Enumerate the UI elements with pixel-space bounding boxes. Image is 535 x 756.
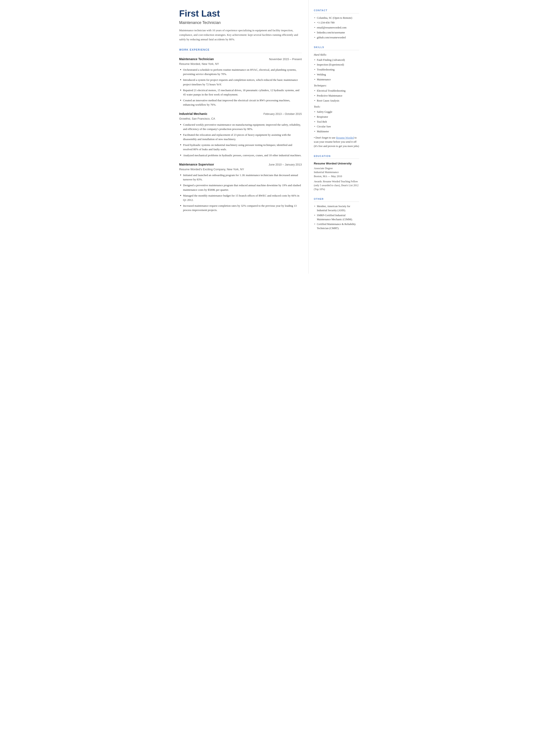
job-bullets-2: Conducted weekly preventive maintenance … — [179, 123, 302, 157]
job-bullets-1: Orchestrated a schedule to perform routi… — [179, 68, 302, 107]
contact-section: CONTACT Columbia, SC (Open to Remote) +1… — [314, 9, 359, 40]
technique-3: Root Cause Analysis — [314, 99, 359, 103]
bullet-2-3: Fixed hydraulic systems on industrial ma… — [179, 143, 302, 152]
edu-school: Resume Worded University — [314, 161, 359, 166]
other-item-3: Certified Maintenance & Reliability Tech… — [314, 222, 359, 230]
tool-1: Safety Goggle — [314, 110, 359, 114]
job-bullets-3: Initiated and launched an onboarding pro… — [179, 173, 302, 212]
hard-skill-5: Maintenance — [314, 78, 359, 82]
other-item-1: Member, American Society for Industrial … — [314, 204, 359, 212]
job-company-2: Growthsi, San Francisco, CA — [179, 117, 302, 121]
job-block-2: Industrial Mechanic February 2013 – Octo… — [179, 112, 302, 157]
contact-item-5: github.com/resumeworded — [314, 36, 359, 40]
contact-list: Columbia, SC (Open to Remote) +1-234-456… — [314, 16, 359, 40]
resume-worded-link[interactable]: Resume Worded — [336, 136, 354, 139]
technique-1: Electrical Troubleshooting — [314, 89, 359, 93]
job-header-2: Industrial Mechanic February 2013 – Octo… — [179, 112, 302, 116]
hard-skill-1: Fault Finding (Advanced) — [314, 58, 359, 62]
job-title: Maintenance Technician — [179, 20, 302, 26]
bullet-2-1: Conducted weekly preventive maintenance … — [179, 123, 302, 131]
other-list: Member, American Society for Industrial … — [314, 204, 359, 230]
edu-degree: Associate Degree — [314, 166, 359, 170]
job-header-1: Maintenance Technician November 2015 – P… — [179, 57, 302, 61]
techniques-label: Techniques: — [314, 84, 359, 88]
name: First Last — [179, 9, 302, 18]
bullet-1-2: Introduced a system for project requests… — [179, 78, 302, 86]
tool-5: Multimeter — [314, 129, 359, 134]
contact-item-4: linkedin.com/in/username — [314, 31, 359, 35]
bullet-3-1: Initiated and launched an onboarding pro… — [179, 173, 302, 182]
job-company-3: Resume Worded's Exciting Company, New Yo… — [179, 167, 302, 172]
techniques-list: Electrical Troubleshooting Predictive Ma… — [314, 89, 359, 102]
hard-skills-label: Hard Skills: — [314, 53, 359, 57]
resume-page: First Last Maintenance Technician Mainte… — [171, 0, 365, 274]
job-dates-3: June 2010 – January 2013 — [269, 162, 302, 167]
tool-2: Respirator — [314, 115, 359, 119]
tool-3: Tool Belt — [314, 120, 359, 124]
job-title-2: Industrial Mechanic — [179, 112, 208, 116]
hard-skill-3: Troubleshooting — [314, 68, 359, 72]
contact-title: CONTACT — [314, 9, 359, 14]
work-experience-title: WORK EXPERIENCE — [179, 48, 302, 53]
promo-prefix: • Don't forget to use — [314, 136, 336, 139]
tool-4: Circular Saw — [314, 125, 359, 129]
other-section: OTHER Member, American Society for Indus… — [314, 197, 359, 230]
hard-skill-2: Inspection (Experienced) — [314, 63, 359, 67]
bullet-1-3: Repaired 21 electrical motors, 15 mechan… — [179, 88, 302, 97]
contact-item-1: Columbia, SC (Open to Remote) — [314, 16, 359, 20]
job-title-3: Maintenance Supervisor — [179, 162, 214, 167]
bullet-3-2: Designed a preventive maintenance progra… — [179, 183, 302, 192]
job-dates-1: November 2015 – Present — [269, 57, 302, 61]
right-column: CONTACT Columbia, SC (Open to Remote) +1… — [309, 0, 365, 274]
edu-field: Industrial Maintenance — [314, 170, 359, 174]
tools-list: Safety Goggle Respirator Tool Belt Circu… — [314, 110, 359, 134]
left-column: First Last Maintenance Technician Mainte… — [171, 0, 309, 274]
bullet-1-4: Created an innovative method that improv… — [179, 98, 302, 107]
job-dates-2: February 2013 – October 2015 — [264, 112, 302, 116]
bullet-2-2: Facilitated the relocation and replaceme… — [179, 133, 302, 141]
skills-section: SKILLS Hard Skills: Fault Finding (Advan… — [314, 45, 359, 148]
contact-item-2: +1-234-456-789 — [314, 21, 359, 25]
job-block-1: Maintenance Technician November 2015 – P… — [179, 57, 302, 107]
bullet-3-3: Managed the monthly maintenance budget f… — [179, 193, 302, 202]
bullet-2-4: Analyzed mechanical problems in hydrauli… — [179, 153, 302, 157]
job-company-1: Resume Worded, New York, NY — [179, 62, 302, 66]
bullet-3-4: Increased maintenance request completion… — [179, 204, 302, 212]
other-item-2: SMRP-Certified Industrial Maintenance Me… — [314, 213, 359, 222]
tools-label: Tools: — [314, 105, 359, 109]
edu-location: Boston, MA — May 2010 — [314, 174, 359, 179]
job-block-3: Maintenance Supervisor June 2010 – Janua… — [179, 162, 302, 212]
job-header-3: Maintenance Supervisor June 2010 – Janua… — [179, 162, 302, 167]
education-title: EDUCATION — [314, 154, 359, 159]
edu-awards: Awards: Resume Worded Teaching Fellow (o… — [314, 180, 359, 191]
work-experience-section: WORK EXPERIENCE Maintenance Technician N… — [179, 48, 302, 212]
job-title-1: Maintenance Technician — [179, 57, 214, 61]
hard-skills-list: Fault Finding (Advanced) Inspection (Exp… — [314, 58, 359, 82]
other-title: OTHER — [314, 197, 359, 202]
bullet-1-1: Orchestrated a schedule to perform routi… — [179, 68, 302, 76]
promo-text: • Don't forget to use Resume Worded to s… — [314, 136, 359, 148]
hard-skill-4: Welding — [314, 72, 359, 77]
summary: Maintenance technician with 10 years of … — [179, 28, 302, 42]
skills-title: SKILLS — [314, 45, 359, 50]
education-section: EDUCATION Resume Worded University Assoc… — [314, 154, 359, 191]
technique-2: Predictive Maintenance — [314, 94, 359, 98]
contact-item-3: email@resumeworded.com — [314, 26, 359, 30]
